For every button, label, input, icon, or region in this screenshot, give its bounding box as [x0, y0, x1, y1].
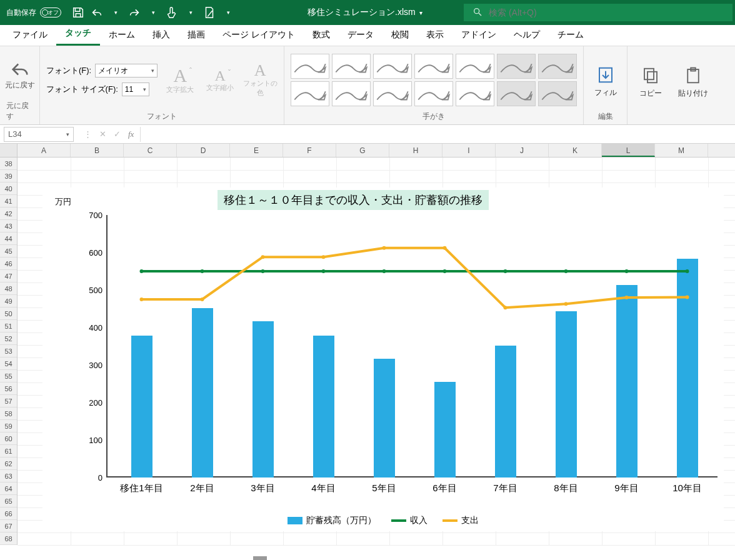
row-header-51[interactable]: 51 [0, 320, 17, 332]
col-header-G[interactable]: G [336, 144, 389, 157]
pen-style-9[interactable] [373, 81, 412, 106]
col-header-D[interactable]: D [177, 144, 230, 157]
search-box[interactable] [464, 4, 732, 21]
expand-icon[interactable]: ⋮ [84, 129, 92, 139]
font-size-select[interactable]: 11▾ [122, 82, 149, 96]
row-header-59[interactable]: 59 [0, 420, 17, 432]
row-header-65[interactable]: 65 [0, 495, 17, 508]
row-header-61[interactable]: 61 [0, 445, 17, 458]
tab-draw[interactable]: 描画 [179, 26, 214, 46]
col-header-M[interactable]: M [655, 144, 708, 157]
col-header-K[interactable]: K [549, 144, 602, 157]
pen-style-4[interactable] [456, 54, 494, 79]
row-header-67[interactable]: 67 [0, 520, 17, 532]
tab-team[interactable]: チーム [549, 26, 592, 46]
pen-style-7[interactable] [291, 81, 329, 106]
row-header-46[interactable]: 46 [0, 258, 17, 270]
enter-icon[interactable]: ✓ [114, 129, 121, 139]
embedded-chart[interactable]: 万円 移住１～１０年目までの収入・支出・貯蓄額の推移 0100200300400… [42, 188, 724, 531]
col-header-B[interactable]: B [71, 144, 124, 157]
name-box[interactable]: L34▾ [4, 127, 74, 142]
pen-style-13[interactable] [538, 81, 577, 106]
row-header-45[interactable]: 45 [0, 245, 17, 258]
pen-style-1[interactable] [332, 54, 371, 79]
row-header-57[interactable]: 57 [0, 395, 17, 408]
row-header-53[interactable]: 53 [0, 345, 17, 358]
pen-style-6[interactable] [538, 54, 577, 79]
row-header-40[interactable]: 40 [0, 182, 17, 195]
row-header-52[interactable]: 52 [0, 332, 17, 345]
pen-style-3[interactable] [414, 54, 453, 79]
col-header-I[interactable]: I [442, 144, 496, 157]
autosave-toggle[interactable]: 自動保存 オフ [0, 8, 68, 18]
col-header-E[interactable]: E [230, 144, 283, 157]
chevron-down-icon[interactable]: ▾ [146, 6, 160, 19]
fx-icon[interactable]: fx [128, 129, 134, 139]
redo-icon[interactable] [128, 6, 141, 19]
row-header-60[interactable]: 60 [0, 432, 17, 445]
tab-file[interactable]: ファイル [4, 26, 56, 46]
row-header-50[interactable]: 50 [0, 308, 17, 320]
col-header-L[interactable]: L [602, 144, 655, 157]
pen-style-8[interactable] [332, 81, 371, 106]
row-header-62[interactable]: 62 [0, 458, 17, 470]
document-title[interactable]: 移住シミュレーション.xlsm ▾ [308, 7, 422, 18]
tab-page-layout[interactable]: ページ レイアウト [214, 26, 304, 46]
fill-button[interactable]: フィル [589, 62, 622, 98]
touch-mode-icon[interactable] [165, 6, 179, 19]
search-input[interactable] [489, 8, 724, 18]
row-header-54[interactable]: 54 [0, 358, 17, 370]
tab-help[interactable]: ヘルプ [505, 26, 549, 46]
col-header-F[interactable]: F [283, 144, 336, 157]
chevron-down-icon[interactable]: ▾ [109, 6, 122, 19]
row-header-38[interactable]: 38 [0, 158, 17, 170]
save-icon[interactable] [71, 6, 85, 19]
tab-formulas[interactable]: 数式 [304, 26, 339, 46]
chevron-down-icon[interactable]: ▾ [184, 6, 198, 19]
row-header-43[interactable]: 43 [0, 220, 17, 232]
tab-review[interactable]: 校閲 [382, 26, 418, 46]
pen-style-12[interactable] [497, 81, 536, 106]
shrink-font-button[interactable]: Aˇ 文字縮小 [202, 68, 238, 92]
row-header-49[interactable]: 49 [0, 295, 17, 308]
col-header-H[interactable]: H [389, 144, 442, 157]
row-header-47[interactable]: 47 [0, 270, 17, 282]
tab-home[interactable]: ホーム [100, 26, 144, 46]
tab-addins[interactable]: アドイン [452, 26, 505, 46]
row-header-56[interactable]: 56 [0, 382, 17, 395]
row-header-68[interactable]: 68 [0, 532, 17, 545]
tab-touch[interactable]: タッチ [56, 24, 100, 46]
row-header-55[interactable]: 55 [0, 370, 17, 382]
row-header-44[interactable]: 44 [0, 232, 17, 245]
tab-view[interactable]: 表示 [418, 26, 452, 46]
row-header-66[interactable]: 66 [0, 508, 17, 520]
paste-button[interactable]: 貼り付け [676, 63, 710, 99]
formula-input[interactable] [140, 127, 735, 142]
copy-button[interactable]: コピー [634, 63, 668, 99]
row-header-58[interactable]: 58 [0, 408, 17, 420]
font-color-button[interactable]: A フォントの色 [242, 62, 278, 98]
font-select[interactable]: メイリオ▾ [95, 64, 158, 78]
pen-style-2[interactable] [373, 54, 412, 79]
col-header-C[interactable]: C [124, 144, 177, 157]
tab-data[interactable]: データ [339, 26, 382, 46]
print-preview-icon[interactable] [202, 6, 216, 19]
pen-style-0[interactable] [291, 54, 329, 79]
pen-style-11[interactable] [456, 81, 494, 106]
col-header-A[interactable]: A [18, 144, 71, 157]
row-header-39[interactable]: 39 [0, 170, 17, 182]
enlarge-font-button[interactable]: Aˆ 文字拡大 [162, 66, 198, 94]
row-header-48[interactable]: 48 [0, 282, 17, 295]
pen-style-10[interactable] [414, 81, 453, 106]
tab-insert[interactable]: 挿入 [144, 26, 179, 46]
row-header-63[interactable]: 63 [0, 470, 17, 482]
cancel-icon[interactable]: ✕ [99, 129, 106, 139]
undo-button[interactable]: 元に戻す [4, 59, 36, 91]
undo-icon[interactable] [90, 6, 104, 19]
row-header-41[interactable]: 41 [0, 195, 17, 208]
chevron-down-icon[interactable]: ▾ [221, 6, 235, 19]
row-header-64[interactable]: 64 [0, 482, 17, 495]
select-all-corner[interactable] [0, 144, 18, 157]
row-header-42[interactable]: 42 [0, 208, 17, 220]
col-header-J[interactable]: J [496, 144, 549, 157]
